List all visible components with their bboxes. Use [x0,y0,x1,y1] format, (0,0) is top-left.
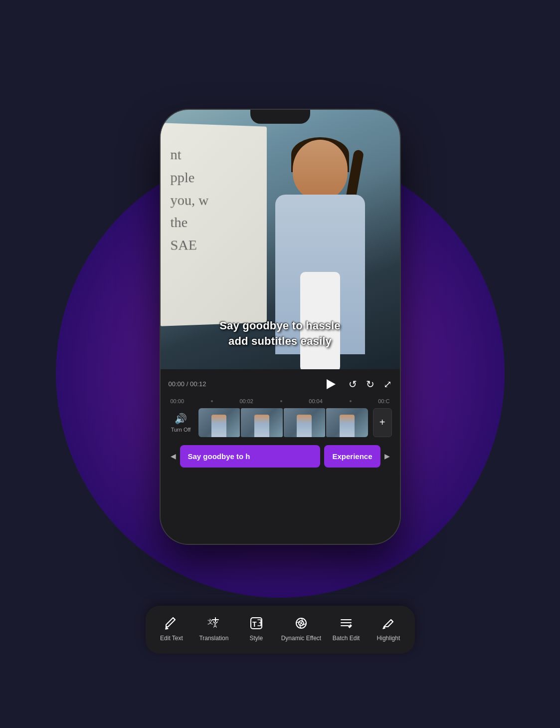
batch-edit-icon [339,616,354,631]
video-strip [198,408,368,437]
phone-frame: ntppleyou, wtheSAE Say goodby [161,110,400,544]
dynamic-effect-icon [294,616,309,631]
person-head [293,140,348,200]
volume-label: Turn Off [171,427,191,433]
translation-icon: 文 A [206,616,221,631]
whiteboard: ntppleyou, wtheSAE [161,123,267,326]
phone-wrapper: ntppleyou, wtheSAE Say goodby [161,110,400,599]
highlight-icon [381,616,396,631]
timeline-dot-3 [350,400,352,402]
time-separator: / [187,380,190,388]
time-current: 00:00 [169,380,185,388]
batch-edit-label: Batch Edit [333,635,360,642]
play-icon [327,379,336,389]
track-arrow-right[interactable]: ▶ [384,452,390,460]
svg-text:T: T [252,620,257,628]
scene: ntppleyou, wtheSAE Say goodby [0,0,560,728]
controls-area: 00:00 / 00:12 ↺ ↻ ⤢ 00:00 [161,369,400,544]
video-area: ntppleyou, wtheSAE Say goodby [161,110,400,369]
toolbar-item-edit-text[interactable]: Edit Text [154,616,189,642]
dynamic-effect-label: Dynamic Effect [281,635,321,642]
time-display: 00:00 / 00:12 [169,380,206,388]
strip-frame-3 [284,408,326,437]
subtitle-line1: Say goodbye to hassle [219,319,341,332]
subtitle-text: Say goodbye to hassle add subtitles easi… [171,318,390,349]
subtitle-chip-1[interactable]: Say goodbye to h [180,445,321,468]
strip-frame-person-4 [340,415,355,437]
whiteboard-text: ntppleyou, wtheSAE [170,143,208,256]
notch [250,110,310,124]
timeline-mark-4: 00:04 [309,398,323,404]
strip-frame-2 [241,408,283,437]
strip-frame-1 [198,408,240,437]
timeline-mark-end: 00:C [378,398,389,404]
timeline-dot-1 [211,400,213,402]
toolbar-item-dynamic-effect[interactable]: Dynamic Effect [281,616,321,642]
track-area: 🔊 Turn Off [169,408,392,437]
forward-icon[interactable]: ↻ [366,378,374,390]
track-arrow-left[interactable]: ◀ [171,452,176,460]
volume-icon: 🔊 [175,413,187,425]
subtitle-line2: add subtitles easily [228,335,332,347]
toolbar-item-translation[interactable]: 文 A Translation [196,616,231,642]
timeline-mark-0: 00:00 [171,398,185,404]
subtitle-overlay: Say goodbye to hassle add subtitles easi… [161,318,400,349]
strip-frame-4 [326,408,368,437]
edit-text-label: Edit Text [160,635,183,642]
time-total: 00:12 [190,380,206,388]
strip-frame-person-2 [254,415,269,437]
toolbar-item-batch-edit[interactable]: Batch Edit [329,616,364,642]
timeline-dot-2 [280,400,282,402]
timeline-mark-2: 00:02 [239,398,253,404]
fullscreen-icon[interactable]: ⤢ [383,378,392,390]
highlight-label: Highlight [377,635,400,642]
strip-frame-person-1 [211,415,226,437]
time-controls: 00:00 / 00:12 ↺ ↻ ⤢ [169,375,392,393]
rewind-icon[interactable]: ↺ [349,378,357,390]
subtitle-chip-2[interactable]: Experience [324,445,380,468]
translation-label: Translation [199,635,228,642]
style-label: Style [249,635,263,642]
strip-frame-person-3 [297,415,312,437]
play-button[interactable] [322,375,340,393]
toolbar-item-highlight[interactable]: Highlight [371,616,406,642]
add-strip-button[interactable]: + [373,408,392,437]
edit-text-icon [164,616,179,631]
timeline: 00:00 00:02 00:04 00:C [169,398,392,404]
toolbar-item-style[interactable]: T Style [239,616,274,642]
playback-buttons: ↺ ↻ ⤢ [322,375,392,393]
subtitle-track: ◀ Say goodbye to h Experience ▶ [169,445,392,468]
bottom-toolbar: Edit Text 文 A Translation T [146,606,415,654]
volume-control[interactable]: 🔊 Turn Off [169,413,193,433]
svg-text:A: A [213,623,217,629]
style-icon: T [249,616,264,631]
